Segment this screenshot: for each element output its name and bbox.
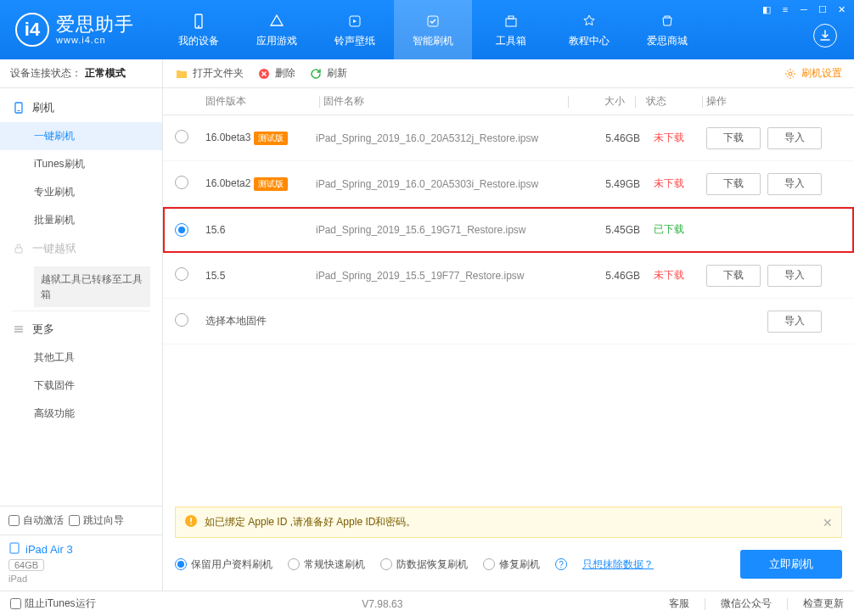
content-area: 打开文件夹 删除 刷新 刷机设置 固件版本 固件名称 大小 状态	[163, 59, 854, 591]
svg-point-14	[789, 72, 792, 76]
svg-point-1	[198, 25, 199, 27]
row-radio[interactable]	[175, 313, 188, 327]
import-button[interactable]: 导入	[767, 311, 822, 333]
sidebar-flash-item[interactable]: 一键刷机	[0, 122, 162, 150]
status-badge: 未下载	[647, 268, 706, 283]
device-status: 设备连接状态： 正常模式	[0, 59, 162, 88]
option-radio[interactable]	[175, 558, 187, 570]
local-firmware-row[interactable]: 选择本地固件导入	[163, 299, 854, 344]
flash-option[interactable]: 防数据恢复刷机	[380, 557, 468, 572]
table-row[interactable]: 15.5iPad_Spring_2019_15.5_19F77_Restore.…	[163, 253, 854, 299]
flash-now-button[interactable]: 立即刷机	[740, 550, 842, 579]
option-radio[interactable]	[483, 558, 495, 570]
folder-icon	[175, 67, 188, 81]
toolbar: 打开文件夹 删除 刷新 刷机设置	[163, 59, 854, 88]
row-radio[interactable]	[175, 267, 188, 281]
flash-option[interactable]: 保留用户资料刷机	[175, 557, 272, 572]
flash-option[interactable]: 常规快速刷机	[288, 557, 365, 572]
nav-icon	[658, 12, 677, 31]
logo-icon: i4	[15, 13, 49, 47]
row-radio[interactable]	[175, 130, 188, 143]
svg-rect-17	[190, 524, 192, 525]
app-header: i4 爱思助手 www.i4.cn 我的设备应用游戏铃声壁纸智能刷机工具箱教程中…	[0, 0, 854, 59]
sidebar-more-item[interactable]: 其他工具	[0, 344, 162, 372]
table-header: 固件版本 固件名称 大小 状态 操作	[163, 88, 854, 115]
sidebar-more-item[interactable]: 下载固件	[0, 372, 162, 400]
option-radio[interactable]	[380, 558, 392, 570]
status-badge: 未下载	[647, 131, 706, 145]
ipad-icon	[8, 542, 20, 557]
svg-rect-16	[190, 518, 192, 522]
skip-guide-checkbox[interactable]: 跳过向导	[69, 513, 124, 528]
nav-item-5[interactable]: 教程中心	[550, 0, 628, 59]
flash-options: 保留用户资料刷机常规快速刷机防数据恢复刷机修复刷机 ? 只想抹除数据？ 立即刷机	[163, 538, 854, 591]
table-row[interactable]: 16.0beta3测试版iPad_Spring_2019_16.0_20A531…	[163, 115, 854, 161]
download-button[interactable]: 下载	[706, 173, 761, 195]
table-row[interactable]: 15.6iPad_Spring_2019_15.6_19G71_Restore.…	[163, 207, 854, 253]
svg-rect-6	[15, 103, 22, 113]
close-icon[interactable]: ✕	[834, 3, 849, 15]
nav-icon	[424, 12, 442, 31]
status-badge: 已下载	[647, 222, 706, 237]
logo-title: 爱思助手	[56, 14, 134, 35]
row-radio[interactable]	[175, 223, 188, 237]
download-button[interactable]: 下载	[706, 127, 761, 149]
sidebar-flash-item[interactable]: 专业刷机	[0, 178, 162, 206]
nav-icon	[267, 12, 286, 31]
svg-rect-5	[508, 16, 514, 19]
option-radio[interactable]	[288, 558, 300, 570]
nav-icon	[580, 12, 598, 31]
flash-option[interactable]: 修复刷机	[483, 557, 540, 572]
sidebar-flash-head[interactable]: 刷机	[0, 93, 162, 122]
menu-icon[interactable]: ≡	[778, 3, 793, 15]
nav-icon	[189, 12, 208, 31]
delete-button[interactable]: 删除	[257, 66, 295, 81]
device-card[interactable]: iPad Air 3 64GB iPad	[0, 535, 162, 591]
main-nav: 我的设备应用游戏铃声壁纸智能刷机工具箱教程中心爱思商城	[160, 0, 706, 59]
beta-badge: 测试版	[254, 177, 288, 191]
warning-bar: 如已绑定 Apple ID ,请准备好 Apple ID和密码。 ✕	[175, 507, 842, 538]
jailbreak-note: 越狱工具已转移至工具箱	[34, 266, 150, 307]
svg-rect-7	[18, 110, 20, 111]
import-button[interactable]: 导入	[767, 127, 822, 149]
maximize-icon[interactable]: ☐	[815, 3, 830, 15]
footer-update[interactable]: 检查更新	[803, 596, 844, 611]
table-row[interactable]: 16.0beta2测试版iPad_Spring_2019_16.0_20A530…	[163, 161, 854, 207]
block-itunes-checkbox[interactable]: 阻止iTunes运行	[10, 596, 96, 611]
svg-rect-12	[10, 543, 19, 553]
help-icon[interactable]: ?	[555, 558, 567, 570]
nav-item-4[interactable]: 工具箱	[472, 0, 550, 59]
nav-item-2[interactable]: 铃声壁纸	[316, 0, 394, 59]
minimize-icon[interactable]: ─	[796, 3, 812, 15]
sidebar-flash-item[interactable]: iTunes刷机	[0, 150, 162, 178]
nav-item-0[interactable]: 我的设备	[160, 0, 238, 59]
erase-data-link[interactable]: 只想抹除数据？	[582, 557, 654, 572]
row-radio[interactable]	[175, 176, 188, 189]
gear-icon	[784, 67, 797, 81]
close-warning-icon[interactable]: ✕	[823, 516, 833, 529]
download-manager-icon[interactable]	[813, 24, 837, 48]
logo: i4 爱思助手 www.i4.cn	[15, 13, 134, 47]
status-badge: 未下载	[647, 176, 706, 191]
download-button[interactable]: 下载	[706, 265, 761, 287]
refresh-button[interactable]: 刷新	[309, 66, 347, 81]
import-button[interactable]: 导入	[767, 173, 822, 195]
delete-icon	[257, 67, 271, 81]
svg-rect-4	[506, 19, 516, 26]
footer-support[interactable]: 客服	[669, 596, 689, 611]
skin-icon[interactable]: ◧	[759, 3, 774, 15]
nav-item-6[interactable]: 爱思商城	[628, 0, 706, 59]
sidebar-more-item[interactable]: 高级功能	[0, 400, 162, 428]
more-icon	[12, 322, 25, 336]
sidebar-more-head[interactable]: 更多	[0, 315, 162, 344]
footer-wechat[interactable]: 微信公众号	[721, 596, 772, 611]
flash-settings-button[interactable]: 刷机设置	[784, 66, 842, 81]
nav-icon	[502, 12, 520, 31]
svg-rect-8	[15, 248, 22, 253]
sidebar-flash-item[interactable]: 批量刷机	[0, 206, 162, 234]
auto-activate-checkbox[interactable]: 自动激活	[8, 513, 64, 528]
nav-item-3[interactable]: 智能刷机	[394, 0, 472, 59]
import-button[interactable]: 导入	[767, 265, 822, 287]
nav-item-1[interactable]: 应用游戏	[238, 0, 316, 59]
open-folder-button[interactable]: 打开文件夹	[175, 66, 244, 81]
